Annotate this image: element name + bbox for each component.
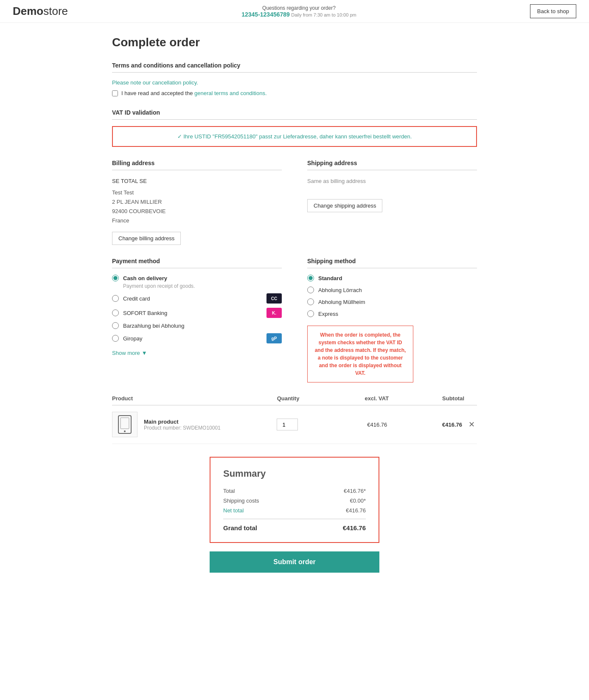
terms-label: I have read and accepted the general ter… — [121, 90, 267, 96]
excl-vat-header: excl. VAT — [313, 395, 389, 402]
billing-company: SE TOTAL SE — [112, 177, 282, 186]
payment-radio-giropay[interactable] — [112, 335, 119, 342]
payment-option-barzahlung: Barzahlung bei Abholung — [112, 322, 282, 329]
shipping-method-col: Shipping method Standard Abholung Lörrac… — [307, 258, 477, 382]
payment-label-barzahlung: Barzahlung bei Abholung — [123, 323, 185, 329]
terms-link[interactable]: general terms and conditions. — [194, 90, 267, 96]
payment-shipping-columns: Payment method Cash on delivery Payment … — [112, 258, 477, 382]
shipping-address-col: Shipping address Same as billing address… — [307, 160, 477, 245]
shipping-radio-standard[interactable] — [307, 275, 314, 281]
credit-card-icon: CC — [266, 293, 282, 304]
shipping-radio-express[interactable] — [307, 310, 314, 317]
shipping-radio-lorrach[interactable] — [307, 287, 314, 293]
product-info: Main product Product number: SWDEMO10001 — [144, 419, 262, 431]
svg-rect-1 — [121, 418, 129, 429]
payment-option-cash: Cash on delivery — [112, 275, 282, 281]
table-row: Main product Product number: SWDEMO10001… — [112, 405, 477, 444]
summary-box: Summary Total €416.76* Shipping costs €0… — [210, 457, 379, 543]
annotation-text: When the order is completed, the system … — [315, 332, 406, 376]
change-billing-address-button[interactable]: Change billing address — [112, 232, 181, 245]
payment-radio-sofort[interactable] — [112, 309, 119, 316]
summary-net-total-row: Net total €416.76 — [223, 507, 366, 514]
shipping-label-standard: Standard — [318, 275, 342, 281]
summary-shipping-row: Shipping costs €0.00* — [223, 498, 366, 504]
chevron-down-icon: ▼ — [142, 350, 147, 356]
shipping-option-express: Express — [307, 310, 477, 317]
payment-label-cash: Cash on delivery — [123, 275, 167, 281]
payment-method-col: Payment method Cash on delivery Payment … — [112, 258, 282, 382]
cancellation-policy-link[interactable]: Please note our cancellation policy. — [112, 79, 198, 86]
summary-grand-total-row: Grand total €416.76 — [223, 524, 366, 531]
shipping-label-lorrach: Abholung Lörrach — [318, 287, 362, 293]
summary-net-value: €416.76 — [346, 507, 366, 514]
product-image — [112, 412, 137, 437]
grand-total-label: Grand total — [223, 524, 257, 531]
contact-hours: Daily from 7:30 am to 10:00 pm — [291, 12, 356, 17]
shipping-address-title: Shipping address — [307, 160, 477, 170]
logo: Demostore — [13, 5, 68, 18]
annotation-area: When the order is completed, the system … — [307, 326, 477, 382]
giropay-icon: gP — [266, 333, 282, 343]
shipping-option-abholung-mullheim: Abholung Müllheim — [307, 298, 477, 305]
shipping-label-mullheim: Abholung Müllheim — [318, 299, 365, 305]
shipping-option-abholung-lorrach: Abholung Lörrach — [307, 287, 477, 293]
payment-radio-credit[interactable] — [112, 295, 119, 302]
header-contact: Questions regarding your order? 12345-12… — [241, 5, 356, 18]
billing-name: Test Test — [112, 188, 282, 197]
product-number: Product number: SWDEMO10001 — [144, 425, 262, 431]
back-to-shop-button[interactable]: Back to shop — [530, 4, 576, 18]
remove-product-button[interactable]: ✕ — [466, 420, 477, 429]
main-content: Complete order Terms and conditions and … — [104, 23, 485, 598]
logo-bold: Demo — [13, 5, 43, 17]
terms-checkbox[interactable] — [112, 90, 118, 96]
payment-note-cash: Payment upon receipt of goods. — [123, 283, 282, 289]
sofort-icon: K. — [266, 308, 282, 318]
product-col: Main product Product number: SWDEMO10001 — [112, 412, 262, 437]
payment-radio-barzahlung[interactable] — [112, 322, 119, 329]
change-shipping-address-button[interactable]: Change shipping address — [307, 199, 382, 212]
grand-total-value: €416.76 — [343, 524, 366, 531]
summary-shipping-value: €0.00* — [350, 498, 366, 504]
billing-city: 92400 COURBEVOIE — [112, 207, 282, 216]
product-price: €416.76 — [312, 422, 387, 428]
product-name: Main product — [144, 419, 262, 425]
quantity-input[interactable] — [277, 419, 298, 430]
product-subtotal: €416.76 — [387, 422, 466, 428]
terms-section: Terms and conditions and cancellation po… — [112, 62, 477, 96]
payment-option-credit: Credit card CC — [112, 293, 282, 304]
product-header: Product — [112, 395, 263, 402]
shipping-radio-mullheim[interactable] — [307, 298, 314, 305]
contact-question: Questions regarding your order? — [241, 5, 356, 11]
summary-total-value: €416.76* — [344, 488, 366, 494]
header: Demostore Questions regarding your order… — [0, 0, 589, 23]
show-more-button[interactable]: Show more ▼ — [112, 350, 147, 356]
contact-phone[interactable]: 12345-123456789 — [241, 11, 290, 18]
same-as-billing-text: Same as billing address — [307, 177, 477, 186]
terms-section-title: Terms and conditions and cancellation po… — [112, 62, 477, 73]
summary-total-label: Total — [223, 488, 235, 494]
subtotal-header: Subtotal — [389, 395, 477, 402]
summary-total-row: Total €416.76* — [223, 488, 366, 494]
payment-label-giropay: Giropay — [123, 335, 143, 342]
payment-method-title: Payment method — [112, 258, 282, 268]
annotation-box: When the order is completed, the system … — [307, 326, 413, 382]
submit-order-button[interactable]: Submit order — [210, 551, 379, 573]
products-section: Product Quantity excl. VAT Subtotal Main… — [112, 395, 477, 444]
summary-net-label: Net total — [223, 507, 244, 514]
show-more-label: Show more — [112, 350, 140, 356]
summary-shipping-label: Shipping costs — [223, 498, 259, 504]
product-qty-col — [262, 419, 312, 430]
svg-point-2 — [124, 430, 126, 432]
billing-country: France — [112, 216, 282, 225]
product-thumbnail-icon — [117, 415, 132, 434]
vat-validation-box: ✓ Ihre USTID "FR59542051180" passt zur L… — [112, 126, 477, 147]
products-table-header: Product Quantity excl. VAT Subtotal — [112, 395, 477, 405]
quantity-header: Quantity — [263, 395, 314, 402]
summary-divider — [223, 519, 366, 519]
payment-label-sofort: SOFORT Banking — [123, 310, 167, 316]
payment-radio-cash[interactable] — [112, 275, 119, 281]
terms-checkbox-row: I have read and accepted the general ter… — [112, 90, 477, 96]
payment-option-giropay: Giropay gP — [112, 333, 282, 343]
vat-section-title: VAT ID validation — [112, 109, 477, 120]
shipping-method-title: Shipping method — [307, 258, 477, 268]
